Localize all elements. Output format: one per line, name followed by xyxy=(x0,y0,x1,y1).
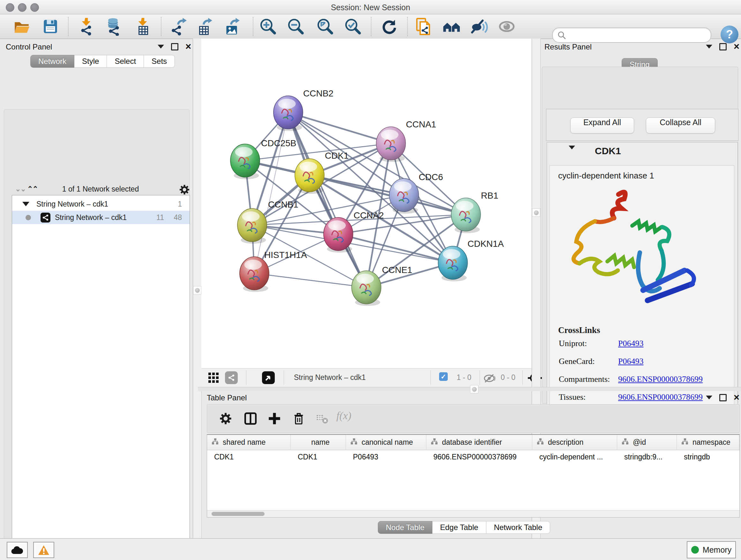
network-node-CCNB2[interactable] xyxy=(273,96,303,131)
show-columns-icon[interactable] xyxy=(244,412,257,425)
hidden-eye-icon xyxy=(483,374,497,383)
cell-@id[interactable]: stringdb:9... xyxy=(617,450,677,464)
network-canvas[interactable]: CCNB2CCNA1CDC25BCDK1CDC6RB1CCNB1CCNA2CDK… xyxy=(201,39,532,368)
scrollbar-thumb[interactable] xyxy=(212,512,265,516)
table-horizontal-scrollbar[interactable] xyxy=(207,510,739,517)
selected-counts: 1 - 0 xyxy=(457,373,471,382)
cell-name[interactable]: CDK1 xyxy=(291,450,346,464)
network-node-CCNB1[interactable] xyxy=(238,208,267,244)
network-node-RB1[interactable] xyxy=(451,198,481,233)
delete-column-icon[interactable] xyxy=(292,412,305,425)
crosslink-link[interactable]: 9606.ENSP00000378699 xyxy=(618,374,703,384)
results-panel-float-icon[interactable] xyxy=(719,43,727,51)
memory-button[interactable]: Memory xyxy=(687,541,736,558)
edge-CCNB2-CCNA1[interactable] xyxy=(288,112,391,143)
network-node-CCNE1[interactable] xyxy=(352,271,381,306)
column-header-shared-name[interactable]: shared name xyxy=(207,435,291,450)
cell-database-identifier[interactable]: 9606.ENSP00000378699 xyxy=(426,450,532,464)
network-node-CDK1[interactable] xyxy=(295,159,324,194)
protein-structure-image xyxy=(559,185,710,319)
zoom-in-icon[interactable] xyxy=(259,17,277,36)
open-session-icon[interactable] xyxy=(12,17,31,36)
show-all-networks-icon[interactable] xyxy=(442,17,461,36)
collapse-all-button[interactable]: Collapse All xyxy=(646,118,715,133)
column-header-description[interactable]: description xyxy=(532,435,617,450)
control-panel-float-icon[interactable] xyxy=(171,43,179,51)
network-collection-row[interactable]: String Network – cdk1 1 xyxy=(12,197,190,211)
column-header-namespace[interactable]: namespace xyxy=(677,435,739,450)
grid-view-icon[interactable] xyxy=(208,373,219,383)
edge-CCNB2-HIST1H1A[interactable] xyxy=(254,112,288,273)
column-header-@id[interactable]: @id xyxy=(617,435,677,450)
export-table-icon[interactable] xyxy=(195,17,213,36)
table-options-gear-icon[interactable] xyxy=(219,412,232,425)
results-panel-close-icon[interactable]: × xyxy=(734,44,739,50)
selected-nodes-checkbox-icon[interactable]: ✓ xyxy=(439,372,448,381)
network-options-gear-icon[interactable] xyxy=(179,184,190,195)
edge-count: 48 xyxy=(174,213,182,222)
zoom-out-icon[interactable] xyxy=(286,17,305,36)
clone-network-icon[interactable] xyxy=(414,17,433,36)
presentation-mode-icon[interactable] xyxy=(497,17,516,36)
add-column-icon[interactable] xyxy=(268,412,281,425)
left-splitter-handle[interactable] xyxy=(193,286,201,294)
save-session-icon[interactable] xyxy=(41,17,60,36)
edge-HIST1H1A-CCNE1[interactable] xyxy=(254,273,366,287)
cloud-status-button[interactable] xyxy=(7,542,28,558)
node-label-CCNE1: CCNE1 xyxy=(382,265,412,275)
control-panel-close-icon[interactable]: × xyxy=(185,44,191,50)
results-panel-collapse-icon[interactable] xyxy=(706,45,712,49)
tab-edge-table[interactable]: Edge Table xyxy=(432,521,486,534)
column-header-canonical-name[interactable]: canonical name xyxy=(346,435,426,450)
column-header-database-identifier[interactable]: database identifier xyxy=(426,435,532,450)
toolbar-separator xyxy=(161,17,161,36)
column-header-name[interactable]: name xyxy=(291,435,346,450)
tab-select[interactable]: Select xyxy=(107,55,144,68)
network-node-CDC25B[interactable] xyxy=(230,144,260,179)
zoom-selected-icon[interactable] xyxy=(344,17,362,36)
crosslink-link[interactable]: P06493 xyxy=(618,357,643,366)
import-network-file-icon[interactable] xyxy=(77,17,95,36)
table-panel-close-icon[interactable]: × xyxy=(734,394,739,401)
table-panel-float-icon[interactable] xyxy=(719,394,727,401)
network-node-HIST1H1A[interactable] xyxy=(240,257,269,292)
cell-namespace[interactable]: stringdb xyxy=(677,450,739,464)
tab-network[interactable]: Network xyxy=(30,55,74,68)
tab-style[interactable]: Style xyxy=(74,55,107,68)
control-panel-collapse-icon[interactable] xyxy=(158,45,164,49)
network-node-CDKN1A[interactable] xyxy=(438,246,468,281)
edge-CCNB2-CCNE1[interactable] xyxy=(288,112,366,287)
network-row-selected[interactable]: String Network – cdk1 11 48 xyxy=(12,211,190,224)
node-label-CCNB2: CCNB2 xyxy=(303,88,333,98)
tab-network-table[interactable]: Network Table xyxy=(486,521,550,534)
crosslink-link[interactable]: P06493 xyxy=(618,339,643,348)
table-row[interactable]: CDK1CDK1P064939606.ENSP00000378699cyclin… xyxy=(207,450,739,464)
collection-expander-icon[interactable] xyxy=(22,202,29,206)
table-panel-collapse-icon[interactable] xyxy=(706,395,712,399)
export-image-icon[interactable] xyxy=(222,17,241,36)
refresh-icon[interactable] xyxy=(380,17,398,36)
hidden-counts: 0 - 0 xyxy=(501,373,515,382)
right-splitter-handle[interactable] xyxy=(532,208,540,217)
warnings-button[interactable] xyxy=(33,542,54,558)
cell-canonical-name[interactable]: P06493 xyxy=(346,450,426,464)
gene-section-expander-icon[interactable] xyxy=(569,149,575,155)
network-node-CCNA1[interactable] xyxy=(376,127,406,162)
zoom-fit-icon[interactable] xyxy=(316,17,334,36)
export-network-icon[interactable] xyxy=(170,17,188,36)
cell-description[interactable]: cyclin-dependent ... xyxy=(532,450,617,464)
window-title: Session: New Session xyxy=(0,3,741,12)
import-table-file-icon[interactable] xyxy=(133,17,152,36)
expand-all-button[interactable]: Expand All xyxy=(570,118,634,133)
shared-column-icon xyxy=(681,438,689,447)
toolbar-separator xyxy=(371,17,372,36)
node-label-CCNA2: CCNA2 xyxy=(354,210,384,220)
import-network-database-icon[interactable] xyxy=(104,17,123,36)
network-node-CCNA2[interactable] xyxy=(324,217,353,253)
tab-node-table[interactable]: Node Table xyxy=(378,521,432,534)
hide-selected-icon[interactable] xyxy=(469,17,488,36)
network-view-icon[interactable] xyxy=(225,371,238,384)
tab-sets[interactable]: Sets xyxy=(144,55,175,68)
birds-eye-view-icon[interactable] xyxy=(262,371,275,384)
cell-shared-name[interactable]: CDK1 xyxy=(207,450,291,464)
